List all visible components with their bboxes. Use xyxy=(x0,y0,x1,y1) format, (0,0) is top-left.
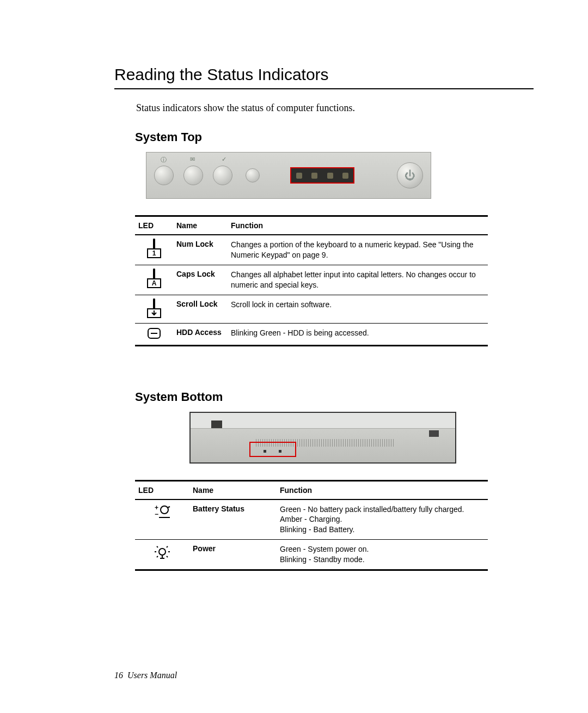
led-function: Blinking Green - HDD is being accessed. xyxy=(228,323,488,345)
check-icon: ✓ xyxy=(222,156,226,163)
led-function: Changes all alphabet letter input into c… xyxy=(228,265,488,295)
table-row: 1 Num Lock Changes a portion of the keyb… xyxy=(135,235,488,265)
battery-icon: + − xyxy=(154,504,171,519)
led-dot xyxy=(296,173,302,179)
led-function: Green - No battery pack installed/batter… xyxy=(277,499,488,540)
button-info xyxy=(154,166,174,185)
led-icon-cell: + − xyxy=(135,499,189,540)
svg-line-10 xyxy=(167,546,168,547)
led-icon-cell xyxy=(135,295,173,323)
led-highlight-box xyxy=(249,442,296,457)
col-name: Name xyxy=(189,480,277,499)
table-row: A Caps Lock Changes all alphabet letter … xyxy=(135,265,488,295)
led-function: Scroll lock in certain software. xyxy=(228,295,488,323)
front-led xyxy=(279,450,281,453)
power-icon: ⏻ xyxy=(405,169,415,182)
table-system-bottom: LED Name Function + − Battery Status Gre… xyxy=(135,480,488,571)
led-panel-highlight xyxy=(290,167,354,184)
table-header-row: LED Name Function xyxy=(135,480,488,499)
col-function: Function xyxy=(228,216,488,235)
col-function: Function xyxy=(277,480,488,499)
page-title: Reading the Status Indicators xyxy=(114,65,534,84)
svg-line-11 xyxy=(157,556,158,557)
led-name: HDD Access xyxy=(173,323,228,345)
title-rule xyxy=(114,88,534,89)
led-function: Changes a portion of the keyboard to a n… xyxy=(228,235,488,265)
hdd-icon xyxy=(148,328,161,339)
footer-label: Users Manual xyxy=(127,671,177,680)
led-dot xyxy=(327,173,333,179)
led-icon-cell xyxy=(135,540,189,570)
table-row: Power Green - System power on.Blinking -… xyxy=(135,540,488,570)
page-number: 16 xyxy=(114,671,123,680)
col-name: Name xyxy=(173,216,228,235)
col-led: LED xyxy=(135,216,173,235)
col-led: LED xyxy=(135,480,189,499)
port xyxy=(429,430,439,437)
scroll-lock-icon xyxy=(147,300,161,318)
svg-text:−: − xyxy=(155,510,158,518)
led-dot xyxy=(342,173,348,179)
front-led xyxy=(264,450,266,453)
table-row: Scroll Lock Scroll lock in certain softw… xyxy=(135,295,488,323)
svg-line-9 xyxy=(157,546,158,547)
led-function: Green - System power on.Blinking - Stand… xyxy=(277,540,488,570)
num-lock-icon: 1 xyxy=(147,240,161,258)
power-light-icon xyxy=(154,544,170,560)
section-heading-bottom: System Bottom xyxy=(135,390,534,404)
notch xyxy=(211,421,222,428)
table-row: HDD Access Blinking Green - HDD is being… xyxy=(135,323,488,345)
figure-system-top: ⓘ ✉ ✓ ⏻ xyxy=(146,152,431,199)
svg-point-2 xyxy=(161,506,168,514)
caps-lock-icon: A xyxy=(147,270,161,288)
table-row: + − Battery Status Green - No battery pa… xyxy=(135,499,488,540)
button-small xyxy=(246,168,260,182)
intro-text: Status indicators show the status of com… xyxy=(136,102,534,114)
svg-point-4 xyxy=(159,549,166,555)
table-system-top: LED Name Function 1 Num Lock Changes a p… xyxy=(135,215,488,346)
info-icon: ⓘ xyxy=(161,156,167,164)
led-name: Scroll Lock xyxy=(173,295,228,323)
table-header-row: LED Name Function xyxy=(135,216,488,235)
power-button: ⏻ xyxy=(397,162,423,188)
led-name: Caps Lock xyxy=(173,265,228,295)
led-name: Power xyxy=(189,540,277,570)
section-heading-top: System Top xyxy=(135,130,534,144)
button-check xyxy=(213,166,232,185)
led-dot xyxy=(311,173,317,179)
button-mail xyxy=(183,166,203,185)
mail-icon: ✉ xyxy=(190,156,195,163)
figure-system-bottom xyxy=(189,412,456,464)
page-footer: 16 Users Manual xyxy=(114,671,177,680)
svg-line-12 xyxy=(167,556,168,557)
led-name: Battery Status xyxy=(189,499,277,540)
led-icon-cell: A xyxy=(135,265,173,295)
led-icon-cell xyxy=(135,323,173,345)
led-icon-cell: 1 xyxy=(135,235,173,265)
led-name: Num Lock xyxy=(173,235,228,265)
